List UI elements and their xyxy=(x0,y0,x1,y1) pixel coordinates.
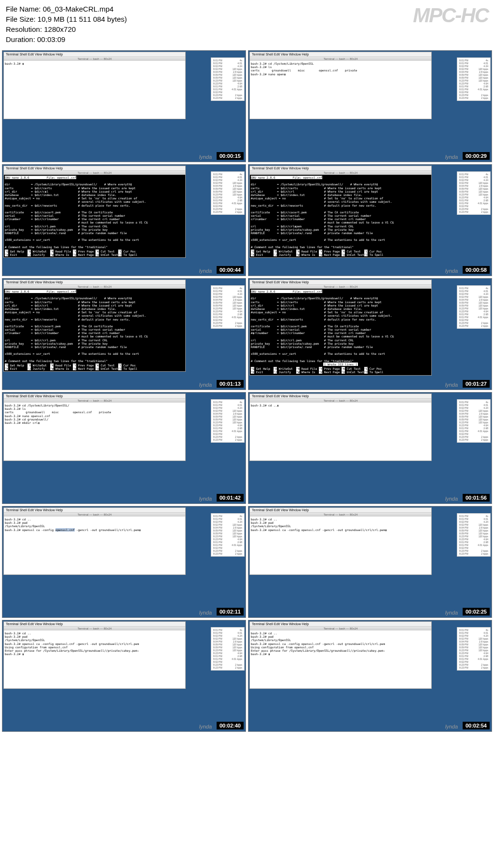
timestamp: 00:00:29 xyxy=(463,152,490,160)
stats-sidebar: 8:01 PM4s8:01 PM4.018:02 PM4.248:02 PM12… xyxy=(211,171,245,215)
timestamp: 00:02:54 xyxy=(463,722,490,729)
terminal-content[interactable]: bash-3.2# cd .. bash-3.2# pwd /System/Li… xyxy=(4,517,185,574)
menubar[interactable]: Terminal Shell Edit View Window Help xyxy=(4,280,185,285)
titlebar: Terminal — bash — 80x24 xyxy=(4,285,185,289)
terminal-content[interactable]: GNU nano 2.0.6 File: openssl.cnf dir = /… xyxy=(250,175,431,257)
timestamp: 00:02:11 xyxy=(217,608,244,616)
watermark: lynda xyxy=(199,496,212,502)
terminal-content[interactable]: GNU nano 2.0.6 File: openssl.cnf dir = /… xyxy=(250,289,431,375)
watermark: lynda xyxy=(445,154,458,160)
watermark: lynda xyxy=(445,610,458,616)
stats-sidebar: 8:01 PM4s8:01 PM4.018:02 PM4.248:02 PM12… xyxy=(457,627,491,671)
timestamp: 00:01:56 xyxy=(463,494,490,502)
stats-sidebar: 8:01 PM4s8:01 PM4.018:02 PM4.248:02 PM12… xyxy=(457,57,491,101)
timestamp: 00:00:44 xyxy=(217,266,244,274)
thumbnail-8[interactable]: Terminal Shell Edit View Window HelpTerm… xyxy=(248,392,492,504)
stats-sidebar: 8:01 PM4s8:01 PM4.018:02 PM4.248:02 PM12… xyxy=(457,171,491,215)
thumbnail-12[interactable]: Terminal Shell Edit View Window HelpTerm… xyxy=(248,620,492,732)
stats-sidebar: 8:01 PM4s8:01 PM4.018:02 PM4.248:02 PM12… xyxy=(211,627,245,671)
titlebar: Terminal — bash — 80x24 xyxy=(250,627,431,630)
terminal-content[interactable]: bash-3.2# cd ..▮ xyxy=(250,403,431,461)
timestamp: 00:01:42 xyxy=(217,494,244,502)
terminal-window: Terminal Shell Edit View Window HelpTerm… xyxy=(249,52,432,119)
thumbnail-3[interactable]: Terminal Shell Edit View Window HelpTerm… xyxy=(2,164,246,276)
thumbnail-1[interactable]: Terminal Shell Edit View Window HelpTerm… xyxy=(2,50,246,162)
menubar[interactable]: Terminal Shell Edit View Window Help xyxy=(250,280,431,285)
stats-sidebar: 8:01 PM4s8:01 PM4.018:02 PM4.248:02 PM12… xyxy=(457,513,491,557)
terminal-window: Terminal Shell Edit View Window HelpTerm… xyxy=(3,280,186,372)
thumbnail-grid: Terminal Shell Edit View Window HelpTerm… xyxy=(0,48,494,734)
titlebar: Terminal — bash — 80x24 xyxy=(4,627,185,630)
terminal-window: Terminal Shell Edit View Window HelpTerm… xyxy=(3,507,186,575)
terminal-content[interactable]: GNU nano 2.0.6 File: openssl.cnf dir = /… xyxy=(4,289,185,371)
stats-sidebar: 8:01 PM4s8:01 PM4.018:02 PM4.248:02 PM12… xyxy=(211,285,245,329)
menubar[interactable]: Terminal Shell Edit View Window Help xyxy=(4,508,185,513)
titlebar: Terminal — bash — 80x24 xyxy=(250,285,431,289)
watermark: lynda xyxy=(199,382,212,388)
terminal-window: Terminal Shell Edit View Window HelpTerm… xyxy=(3,166,186,258)
menubar[interactable]: Terminal Shell Edit View Window Help xyxy=(250,166,431,171)
terminal-window: Terminal Shell Edit View Window HelpTerm… xyxy=(249,393,432,461)
watermark: lynda xyxy=(199,154,212,160)
terminal-window: Terminal Shell Edit View Window HelpTerm… xyxy=(249,280,432,376)
thumbnail-11[interactable]: Terminal Shell Edit View Window HelpTerm… xyxy=(2,620,246,732)
terminal-window: Terminal Shell Edit View Window HelpTerm… xyxy=(3,52,186,119)
watermark: lynda xyxy=(199,724,212,729)
thumbnail-9[interactable]: Terminal Shell Edit View Window HelpTerm… xyxy=(2,506,246,618)
stats-sidebar: 8:01 PM4s8:01 PM4.018:02 PM4.248:02 PM12… xyxy=(211,399,245,443)
terminal-content[interactable]: bash-3.2# ▮ xyxy=(4,61,185,119)
thumbnail-4[interactable]: Terminal Shell Edit View Window HelpTerm… xyxy=(248,164,492,276)
watermark: lynda xyxy=(445,382,458,388)
timestamp: 00:01:27 xyxy=(463,380,490,388)
watermark: lynda xyxy=(445,724,458,729)
menubar[interactable]: Terminal Shell Edit View Window Help xyxy=(4,166,185,171)
thumbnail-5[interactable]: Terminal Shell Edit View Window HelpTerm… xyxy=(2,278,246,390)
watermark: lynda xyxy=(445,268,458,274)
menubar[interactable]: Terminal Shell Edit View Window Help xyxy=(4,52,185,57)
stats-sidebar: 8:01 PM4s8:01 PM4.018:02 PM4.248:02 PM12… xyxy=(457,285,491,329)
duration: Duration: 00:03:09 xyxy=(6,34,488,44)
timestamp: 00:00:15 xyxy=(217,152,244,160)
timestamp: 00:02:40 xyxy=(217,722,244,729)
terminal-window: Terminal Shell Edit View Window HelpTerm… xyxy=(249,507,432,575)
terminal-window: Terminal Shell Edit View Window HelpTerm… xyxy=(249,621,432,689)
terminal-content[interactable]: bash-3.2# cd .. bash-3.2# pwd /System/Li… xyxy=(250,517,431,574)
app-logo: MPC-HC xyxy=(413,4,488,27)
menubar[interactable]: Terminal Shell Edit View Window Help xyxy=(250,508,431,513)
thumbnail-10[interactable]: Terminal Shell Edit View Window HelpTerm… xyxy=(248,506,492,618)
titlebar: Terminal — bash — 80x24 xyxy=(4,513,185,517)
titlebar: Terminal — bash — 80x24 xyxy=(4,57,185,61)
menubar[interactable]: Terminal Shell Edit View Window Help xyxy=(4,622,185,627)
terminal-window: Terminal Shell Edit View Window HelpTerm… xyxy=(3,393,186,461)
timestamp: 00:02:25 xyxy=(463,608,490,616)
menubar[interactable]: Terminal Shell Edit View Window Help xyxy=(4,394,185,399)
titlebar: Terminal — bash — 80x24 xyxy=(250,513,431,517)
titlebar: Terminal — bash — 80x24 xyxy=(4,399,185,403)
terminal-content[interactable]: bash-3.2# cd .. bash-3.2# pwd /System/Li… xyxy=(250,630,431,688)
terminal-content[interactable]: GNU nano 2.0.6 File: openssl.cnf dir = /… xyxy=(4,175,185,257)
menubar[interactable]: Terminal Shell Edit View Window Help xyxy=(250,52,431,57)
thumbnail-6[interactable]: Terminal Shell Edit View Window HelpTerm… xyxy=(248,278,492,390)
titlebar: Terminal — bash — 80x24 xyxy=(250,57,431,61)
file-info-header: File Name: 06_03-MakeCRL.mp4 File Size: … xyxy=(0,0,494,48)
stats-sidebar: 8:01 PM4s8:01 PM4.018:02 PM4.248:02 PM12… xyxy=(457,399,491,443)
menubar[interactable]: Terminal Shell Edit View Window Help xyxy=(250,394,431,399)
timestamp: 00:01:13 xyxy=(217,380,244,388)
terminal-content[interactable]: bash-3.2# cd /System/Library/OpenSSL/ ba… xyxy=(4,403,185,461)
titlebar: Terminal — bash — 80x24 xyxy=(250,171,431,175)
timestamp: 00:00:58 xyxy=(463,266,490,274)
thumbnail-7[interactable]: Terminal Shell Edit View Window HelpTerm… xyxy=(2,392,246,504)
stats-sidebar: 8:01 PM4s8:01 PM4.018:02 PM4.248:02 PM12… xyxy=(211,513,245,557)
watermark: lynda xyxy=(445,496,458,502)
terminal-content[interactable]: bash-3.2# cd /System/Library/OpenSSL bas… xyxy=(250,61,431,119)
stats-sidebar: 8:01 PM4s8:01 PM4.018:02 PM4.248:02 PM12… xyxy=(211,57,245,101)
menubar[interactable]: Terminal Shell Edit View Window Help xyxy=(250,622,431,627)
titlebar: Terminal — bash — 80x24 xyxy=(250,399,431,403)
terminal-window: Terminal Shell Edit View Window HelpTerm… xyxy=(249,166,432,258)
titlebar: Terminal — bash — 80x24 xyxy=(4,171,185,175)
thumbnail-2[interactable]: Terminal Shell Edit View Window HelpTerm… xyxy=(248,50,492,162)
terminal-window: Terminal Shell Edit View Window HelpTerm… xyxy=(3,621,186,689)
watermark: lynda xyxy=(199,610,212,616)
watermark: lynda xyxy=(199,268,212,274)
terminal-content[interactable]: bash-3.2# cd .. bash-3.2# pwd /System/Li… xyxy=(4,630,185,688)
